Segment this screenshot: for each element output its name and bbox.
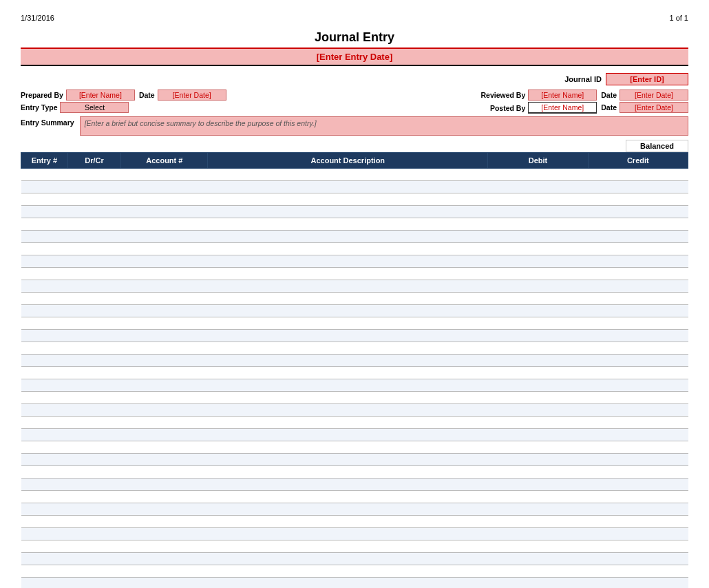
prepared-by-value[interactable]: [Enter Name] xyxy=(66,90,135,101)
table-cell[interactable] xyxy=(21,516,68,528)
table-cell[interactable] xyxy=(121,404,208,417)
table-cell[interactable] xyxy=(588,342,688,355)
table-cell[interactable] xyxy=(121,392,208,404)
table-cell[interactable] xyxy=(208,355,488,367)
table-cell[interactable] xyxy=(67,466,121,479)
table-cell[interactable] xyxy=(67,206,121,218)
table-cell[interactable] xyxy=(588,441,688,454)
table-cell[interactable] xyxy=(588,454,688,466)
table-cell[interactable] xyxy=(588,404,688,417)
table-cell[interactable] xyxy=(208,528,488,540)
table-cell[interactable] xyxy=(588,367,688,379)
table-cell[interactable] xyxy=(67,305,121,317)
table-cell[interactable] xyxy=(488,466,588,479)
table-cell[interactable] xyxy=(588,392,688,404)
table-cell[interactable] xyxy=(588,231,688,243)
table-cell[interactable] xyxy=(121,342,208,355)
table-cell[interactable] xyxy=(121,466,208,479)
table-cell[interactable] xyxy=(588,553,688,565)
table-cell[interactable] xyxy=(67,417,121,429)
table-cell[interactable] xyxy=(588,379,688,392)
table-cell[interactable] xyxy=(67,342,121,355)
table-cell[interactable] xyxy=(208,305,488,317)
table-cell[interactable] xyxy=(21,268,68,280)
table-cell[interactable] xyxy=(67,330,121,342)
table-cell[interactable] xyxy=(488,305,588,317)
table-cell[interactable] xyxy=(121,218,208,231)
table-cell[interactable] xyxy=(588,193,688,206)
table-cell[interactable] xyxy=(488,528,588,540)
table-cell[interactable] xyxy=(488,342,588,355)
table-cell[interactable] xyxy=(121,578,208,589)
table-cell[interactable] xyxy=(588,243,688,255)
table-cell[interactable] xyxy=(121,317,208,330)
table-cell[interactable] xyxy=(67,565,121,578)
table-cell[interactable] xyxy=(208,193,488,206)
table-cell[interactable] xyxy=(67,243,121,255)
table-cell[interactable] xyxy=(21,379,68,392)
table-row[interactable] xyxy=(21,255,688,268)
table-cell[interactable] xyxy=(488,392,588,404)
table-cell[interactable] xyxy=(21,255,68,268)
table-cell[interactable] xyxy=(21,330,68,342)
table-cell[interactable] xyxy=(21,169,68,181)
table-cell[interactable] xyxy=(67,528,121,540)
table-cell[interactable] xyxy=(21,342,68,355)
table-cell[interactable] xyxy=(21,355,68,367)
table-cell[interactable] xyxy=(21,491,68,503)
table-cell[interactable] xyxy=(588,255,688,268)
table-cell[interactable] xyxy=(588,268,688,280)
table-cell[interactable] xyxy=(488,503,588,516)
table-cell[interactable] xyxy=(208,404,488,417)
table-cell[interactable] xyxy=(121,528,208,540)
table-cell[interactable] xyxy=(21,243,68,255)
table-cell[interactable] xyxy=(21,417,68,429)
table-cell[interactable] xyxy=(67,231,121,243)
table-row[interactable] xyxy=(21,479,688,491)
table-cell[interactable] xyxy=(121,479,208,491)
table-cell[interactable] xyxy=(121,181,208,193)
table-cell[interactable] xyxy=(21,280,68,293)
table-cell[interactable] xyxy=(67,193,121,206)
table-cell[interactable] xyxy=(67,181,121,193)
table-cell[interactable] xyxy=(21,540,68,553)
table-cell[interactable] xyxy=(21,404,68,417)
table-cell[interactable] xyxy=(121,243,208,255)
table-cell[interactable] xyxy=(208,293,488,305)
table-cell[interactable] xyxy=(488,578,588,589)
table-cell[interactable] xyxy=(21,317,68,330)
table-row[interactable] xyxy=(21,218,688,231)
table-cell[interactable] xyxy=(67,280,121,293)
table-row[interactable] xyxy=(21,528,688,540)
table-cell[interactable] xyxy=(488,206,588,218)
table-cell[interactable] xyxy=(588,355,688,367)
table-cell[interactable] xyxy=(121,516,208,528)
table-row[interactable] xyxy=(21,268,688,280)
table-cell[interactable] xyxy=(67,379,121,392)
table-cell[interactable] xyxy=(588,206,688,218)
table-cell[interactable] xyxy=(588,280,688,293)
table-cell[interactable] xyxy=(208,231,488,243)
table-cell[interactable] xyxy=(21,503,68,516)
table-cell[interactable] xyxy=(67,293,121,305)
table-row[interactable] xyxy=(21,565,688,578)
table-cell[interactable] xyxy=(588,491,688,503)
entry-date-bar[interactable]: [Enter Entry Date] xyxy=(21,48,688,66)
table-cell[interactable] xyxy=(21,193,68,206)
table-cell[interactable] xyxy=(121,540,208,553)
table-cell[interactable] xyxy=(488,379,588,392)
table-cell[interactable] xyxy=(208,429,488,441)
table-cell[interactable] xyxy=(67,479,121,491)
table-cell[interactable] xyxy=(488,231,588,243)
table-cell[interactable] xyxy=(121,231,208,243)
table-cell[interactable] xyxy=(488,255,588,268)
table-row[interactable] xyxy=(21,429,688,441)
table-row[interactable] xyxy=(21,578,688,589)
table-cell[interactable] xyxy=(208,454,488,466)
table-cell[interactable] xyxy=(208,367,488,379)
table-cell[interactable] xyxy=(208,181,488,193)
table-cell[interactable] xyxy=(488,181,588,193)
table-cell[interactable] xyxy=(21,218,68,231)
table-row[interactable] xyxy=(21,355,688,367)
table-cell[interactable] xyxy=(21,305,68,317)
